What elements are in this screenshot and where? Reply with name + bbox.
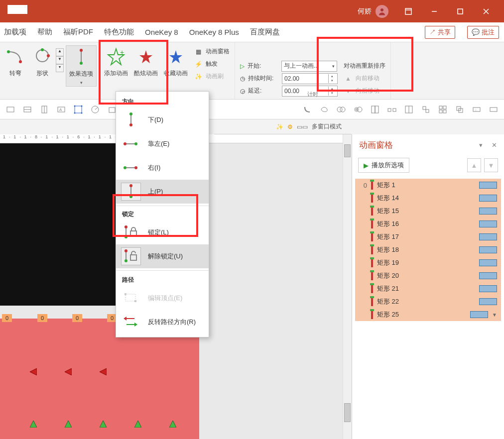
anim-handle-3[interactable] — [100, 368, 107, 375]
qat-shape-8[interactable] — [418, 102, 433, 117]
qat-shape-3[interactable] — [334, 102, 349, 117]
gear-icon[interactable]: ⚙ — [287, 123, 293, 130]
tab-baidu[interactable]: 百度网盘 — [250, 27, 280, 37]
trigger-button[interactable]: ⚡触发 — [191, 58, 233, 70]
qat-btn-4[interactable]: A — [54, 102, 69, 117]
anim-end-4[interactable] — [134, 421, 141, 428]
animation-list: 0 矩形 1 矩形 14 矩形 15 矩形 16 矩形 17 矩形 18 矩形 … — [355, 179, 501, 439]
qat-shape-6[interactable] — [384, 102, 399, 117]
anim-list-row[interactable]: 矩形 16 — [355, 218, 501, 230]
add-animation-button[interactable]: + 添加动画 — [101, 45, 131, 79]
svg-rect-19 — [75, 106, 82, 113]
anim-handle-1[interactable] — [30, 368, 37, 375]
play-selection-button[interactable]: ▶ 播放所选项 — [358, 158, 409, 173]
svg-marker-54 — [169, 421, 176, 428]
anim-list-row[interactable]: 矩形 20 — [355, 269, 501, 282]
cool-animation-button[interactable]: 酷炫动画 — [131, 45, 161, 79]
lock-item[interactable]: 锁定(L) — [116, 220, 209, 244]
scrollbar-thumb-bottom[interactable] — [344, 403, 351, 422]
anim-list-row[interactable]: 矩形 18 — [355, 243, 501, 256]
reverse-path-item[interactable]: 反转路径方向(R) — [116, 310, 209, 334]
svg-point-6 — [47, 54, 50, 57]
qat-btn-6[interactable] — [88, 102, 103, 117]
minimize-button[interactable] — [421, 0, 447, 22]
vertical-scrollbar[interactable] — [343, 134, 352, 439]
multiwindow-icon[interactable]: ▭▭ — [297, 123, 308, 130]
direction-down[interactable]: 下(D) — [116, 108, 209, 132]
effect-options-button[interactable]: 效果选项 ▾ — [66, 45, 97, 87]
move-down-button[interactable]: ▼ — [484, 158, 498, 172]
anim-pane-dropdown-icon[interactable]: ▾ — [479, 141, 483, 149]
qat-shape-9[interactable] — [435, 102, 450, 117]
anim-gallery-down[interactable]: ▼ — [56, 56, 64, 64]
qat-shape-12[interactable] — [486, 102, 501, 117]
duration-spinner[interactable]: 02.00▴▾ — [282, 73, 338, 84]
anim-list-row[interactable]: 矩形 25 ▼ — [355, 308, 501, 321]
qat-btn-3[interactable] — [37, 102, 52, 117]
anim-end-5[interactable] — [169, 421, 176, 428]
svg-point-69 — [125, 235, 127, 238]
anim-list-row[interactable]: 矩形 21 — [355, 282, 501, 295]
animation-painter-button[interactable]: ✨动画刷 — [191, 70, 233, 83]
qat-btn-2[interactable] — [20, 102, 35, 117]
unlock-item[interactable]: 解除锁定(U) — [116, 244, 209, 268]
anim-list-row[interactable]: 矩形 15 — [355, 205, 501, 218]
magic-icon[interactable]: ✨ — [276, 123, 283, 130]
quick-access-toolbar: A :: — [0, 100, 504, 119]
tab-featured[interactable]: 特色功能 — [104, 27, 134, 37]
tab-onekey8[interactable]: OneKey 8 — [145, 28, 178, 36]
anim-row-name: 矩形 25 — [377, 310, 466, 319]
qat-btn-1[interactable] — [3, 102, 18, 117]
qat-shape-11[interactable]: :: — [469, 102, 484, 117]
qat-shape-1[interactable] — [300, 102, 315, 117]
ribbon-display-button[interactable] — [395, 0, 421, 22]
anim-end-1[interactable] — [30, 421, 37, 428]
anim-shapes[interactable]: 形状 — [29, 45, 56, 79]
direction-left[interactable]: 靠左(E) — [116, 132, 209, 156]
share-button[interactable]: ↗ 共享 — [425, 26, 455, 39]
svg-point-0 — [380, 8, 383, 11]
tab-foxit[interactable]: 福昕PDF — [63, 27, 93, 37]
multiwindow-label[interactable]: 多窗口模式 — [312, 122, 342, 131]
qat-btn-5[interactable] — [71, 102, 86, 117]
tab-help[interactable]: 帮助 — [37, 27, 52, 37]
anim-list-row[interactable]: 矩形 19 — [355, 256, 501, 269]
anim-row-duration-bar — [479, 259, 497, 266]
anim-handle-2[interactable] — [65, 368, 72, 375]
start-select[interactable]: 与上一动画...▾ — [281, 61, 337, 72]
close-button[interactable] — [473, 0, 499, 22]
anim-gallery-up[interactable]: ▲ — [56, 48, 64, 56]
anim-end-2[interactable] — [65, 421, 72, 428]
anim-list-row[interactable]: 矩形 14 — [355, 192, 501, 205]
qat-shape-7[interactable] — [401, 102, 416, 117]
annotate-button[interactable]: 💬 批注 — [467, 26, 499, 39]
delay-icon: ◶ — [240, 88, 245, 95]
menubar: 加载项 帮助 福昕PDF 特色功能 OneKey 8 OneKey 8 Plus… — [0, 22, 504, 42]
anim-list-row[interactable]: 矩形 17 — [355, 230, 501, 243]
qat-shape-4[interactable] — [351, 102, 366, 117]
animation-pane-button[interactable]: ▦动画窗格 — [191, 45, 233, 58]
anim-gallery-more[interactable]: ▾ — [56, 64, 64, 72]
qat-shape-5[interactable] — [368, 102, 382, 117]
tab-onekey8plus[interactable]: OneKey 8 Plus — [189, 28, 239, 36]
tab-addins[interactable]: 加载项 — [4, 27, 26, 37]
anim-turn[interactable]: 转弯 — [2, 45, 29, 79]
user-avatar[interactable] — [376, 5, 388, 18]
maximize-button[interactable] — [447, 0, 473, 22]
move-later-button[interactable]: ▼向后移动 — [341, 85, 388, 97]
anim-row-bar-icon — [371, 232, 373, 241]
direction-up[interactable]: 上(P) — [116, 180, 209, 204]
move-up-button[interactable]: ▲ — [467, 158, 481, 172]
qat-shape-2[interactable] — [317, 102, 332, 117]
qat-shape-10[interactable] — [452, 102, 467, 117]
anim-list-row[interactable]: 0 矩形 1 — [355, 179, 501, 192]
move-earlier-button[interactable]: ▲向前移动 — [341, 72, 388, 85]
fav-animation-button[interactable]: 收藏动画 — [161, 45, 191, 79]
anim-row-bar-icon — [371, 284, 373, 293]
anim-end-3[interactable] — [100, 421, 107, 428]
scrollbar-thumb-top[interactable] — [344, 144, 351, 157]
anim-pane-close-icon[interactable]: ✕ — [492, 141, 497, 149]
anim-row-caret-icon[interactable]: ▼ — [492, 312, 497, 318]
anim-list-row[interactable]: 矩形 22 — [355, 295, 501, 308]
direction-right[interactable]: 右(I) — [116, 156, 209, 180]
